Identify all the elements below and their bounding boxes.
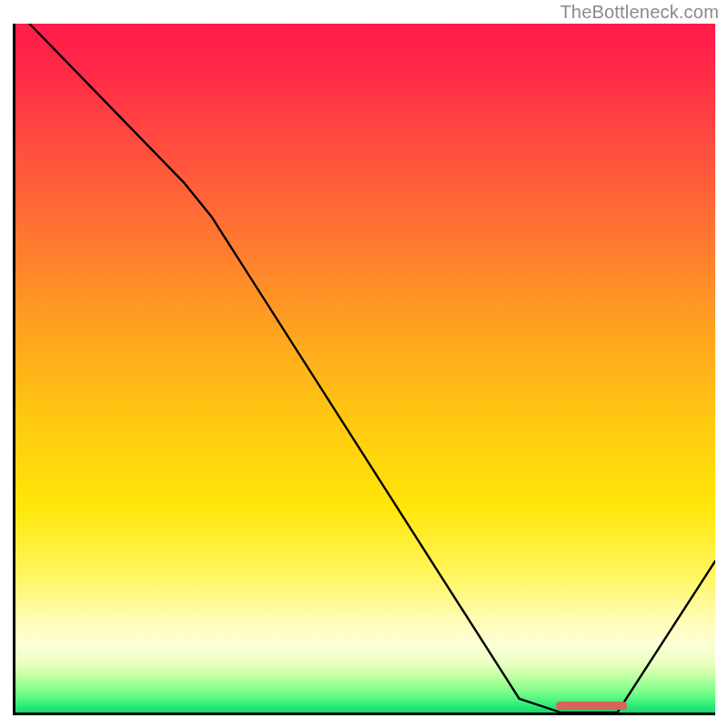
- attribution-text: TheBottleneck.com: [560, 2, 719, 23]
- optimal-range-marker: [556, 702, 626, 710]
- bottleneck-curve: [15, 24, 715, 713]
- plot-area: [13, 24, 715, 715]
- chart-container: TheBottleneck.com: [0, 0, 728, 728]
